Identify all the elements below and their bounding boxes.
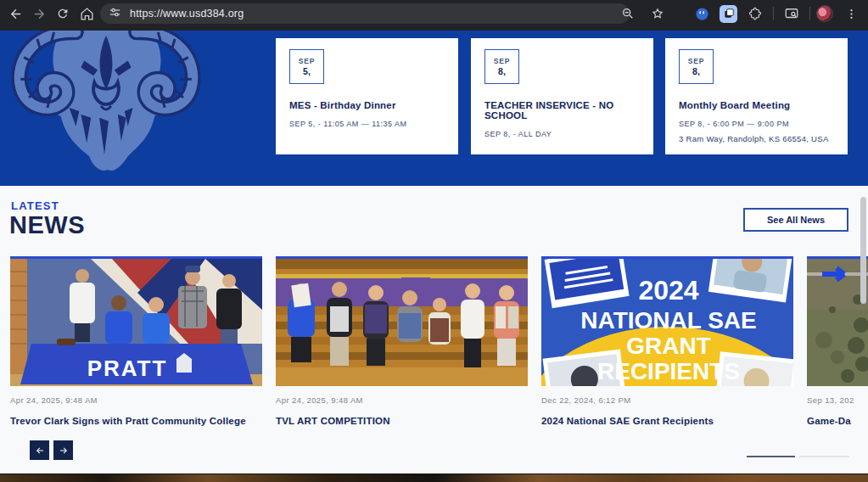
zoom-indicator-icon[interactable] <box>616 2 640 25</box>
address-bar[interactable]: https://www.usd384.org <box>100 3 630 24</box>
extension-badge-icon[interactable] <box>690 2 714 25</box>
news-section: LATEST NEWS See All News <box>0 186 868 474</box>
sae-line-4: RECIPIENTS <box>597 358 740 384</box>
news-image-aerial-map-photo[interactable]: · <box>807 256 868 386</box>
event-date-badge: SEP 5, <box>289 49 324 84</box>
event-time: SEP 8, - ALL DAY <box>484 130 640 138</box>
menu-kebab-icon[interactable] <box>839 2 863 25</box>
site-settings-icon[interactable] <box>109 6 121 22</box>
event-month: SEP <box>688 57 704 65</box>
scrollbar-thumb[interactable] <box>860 197 866 304</box>
sae-line-2: NATIONAL SAE <box>580 307 756 333</box>
carousel-progress-filled <box>747 456 795 457</box>
news-heading: NEWS <box>9 211 85 239</box>
bookmark-star-icon[interactable] <box>646 2 669 25</box>
news-title[interactable]: TVL ART COMPETITION <box>276 416 528 426</box>
browser-toolbar: https://www.usd384.org <box>0 0 868 31</box>
forward-icon[interactable] <box>27 2 51 25</box>
event-title[interactable]: MES - Birthday Dinner <box>289 100 445 110</box>
sae-line-1: 2024 <box>638 275 698 305</box>
event-card[interactable]: SEP 8, TEACHER INSERVICE - NO SCHOOL SEP… <box>471 38 653 154</box>
next-section-photo-strip <box>0 474 868 482</box>
news-date: Dec 22, 2024, 6:12 PM <box>541 395 793 405</box>
side-panel-icon[interactable] <box>720 5 737 23</box>
news-card[interactable]: PRATT Apr 24, 2025, 9:48 AM Trevor Clark… <box>10 256 262 426</box>
event-time: SEP 5, - 11:05 AM — 11:35 AM <box>289 120 445 128</box>
event-date-badge: SEP 8, <box>679 49 714 84</box>
event-day: 8, <box>498 66 506 76</box>
toolbar-separator <box>809 7 810 20</box>
event-location: 3 Ram Way, Randolph, KS 66554, USA <box>679 134 834 143</box>
hero-events-section: SEP 5, MES - Birthday Dinner SEP 5, - 11… <box>0 31 868 186</box>
news-image-art-competition-photo[interactable] <box>276 256 528 386</box>
news-date: Sep 13, 202 <box>807 395 868 405</box>
home-icon[interactable] <box>75 2 98 25</box>
carousel-prev-button[interactable] <box>30 440 49 460</box>
sae-line-3: GRANT <box>626 333 711 359</box>
news-image-signing-photo[interactable]: PRATT <box>10 256 262 386</box>
reload-icon[interactable] <box>51 2 75 25</box>
extensions-puzzle-icon[interactable] <box>743 2 767 25</box>
event-month: SEP <box>299 57 315 65</box>
event-day: 5, <box>303 66 311 76</box>
ram-mascot-logo <box>5 31 207 175</box>
table-banner-text: PRATT <box>87 356 168 381</box>
news-title[interactable]: Game-Da <box>807 416 868 426</box>
news-image-sae-grant-graphic[interactable]: 2024 NATIONAL SAE GRANT RECIPIENTS <box>541 256 793 386</box>
back-icon[interactable] <box>3 2 27 25</box>
svg-text:·: · <box>844 347 846 353</box>
news-card[interactable]: · Sep 13, 202 Game-Da <box>807 256 868 426</box>
event-title[interactable]: TEACHER INSERVICE - NO SCHOOL <box>484 100 640 120</box>
news-card[interactable]: Apr 24, 2025, 9:48 AM TVL ART COMPETITIO… <box>276 256 528 426</box>
news-eyebrow: LATEST <box>11 199 59 212</box>
event-day: 8, <box>692 66 700 76</box>
event-time: SEP 8, - 6:00 PM — 9:00 PM <box>679 120 834 128</box>
url-text[interactable]: https://www.usd384.org <box>130 8 244 20</box>
event-title[interactable]: Monthly Board Meeting <box>679 100 834 110</box>
news-card[interactable]: 2024 NATIONAL SAE GRANT RECIPIENTS Dec 2… <box>541 256 793 426</box>
news-date: Apr 24, 2025, 9:48 AM <box>10 395 262 405</box>
toolbar-separator <box>773 7 774 20</box>
page-search-icon[interactable] <box>780 2 804 25</box>
news-title[interactable]: 2024 National SAE Grant Recipients <box>541 416 793 426</box>
event-month: SEP <box>494 57 510 65</box>
event-date-badge: SEP 8, <box>484 49 519 84</box>
profile-avatar[interactable] <box>816 5 833 22</box>
event-card[interactable]: SEP 5, MES - Birthday Dinner SEP 5, - 11… <box>276 38 458 154</box>
carousel-progress-track <box>799 456 849 457</box>
see-all-news-button[interactable]: See All News <box>743 208 848 232</box>
event-card[interactable]: SEP 8, Monthly Board Meeting SEP 8, - 6:… <box>665 38 848 154</box>
carousel-next-button[interactable] <box>53 440 73 460</box>
news-title[interactable]: Trevor Clark Signs with Pratt Community … <box>10 416 262 426</box>
news-date: Apr 24, 2025, 9:48 AM <box>276 395 528 405</box>
page: https://www.usd384.org <box>0 0 868 482</box>
